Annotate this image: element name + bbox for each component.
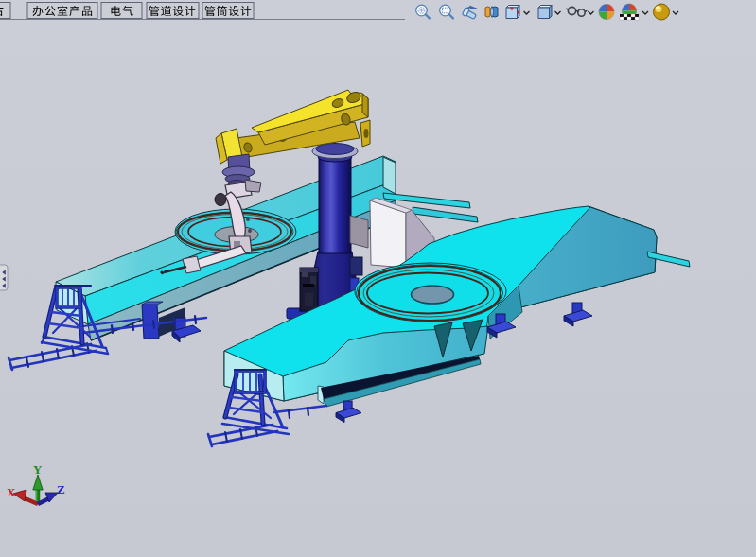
- svg-text:Y: Y: [33, 462, 43, 477]
- svg-text:Z: Z: [57, 482, 65, 496]
- svg-text:X: X: [7, 485, 16, 499]
